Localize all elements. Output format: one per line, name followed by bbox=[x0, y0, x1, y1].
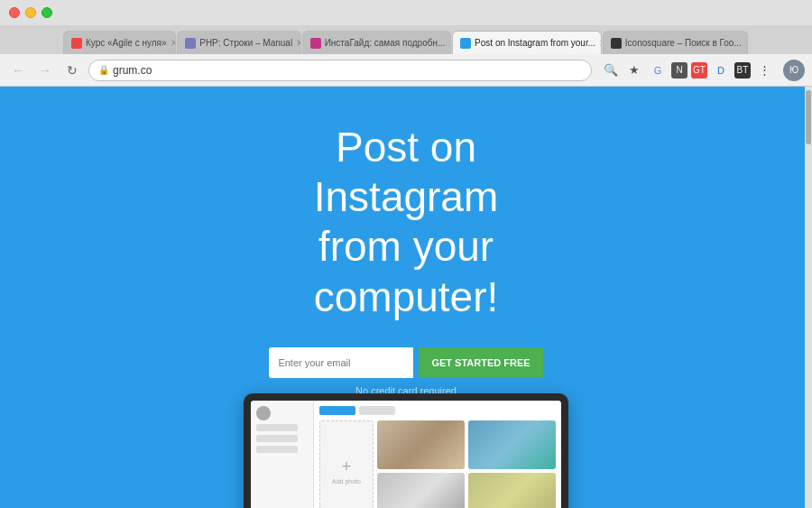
page-content: Post on Instagram from your computer! GE… bbox=[0, 87, 812, 508]
extension-icon-3[interactable]: GT bbox=[691, 62, 707, 79]
add-label: Add photo bbox=[332, 478, 361, 485]
hero-title-line1: Post on bbox=[336, 124, 476, 171]
scrollbar[interactable] bbox=[805, 87, 812, 508]
tab-label-agile: Курс «Agile с нуля» bbox=[86, 38, 167, 48]
maximize-button[interactable] bbox=[42, 7, 52, 18]
screen-image-4 bbox=[468, 473, 556, 508]
nav-bar: ← → ↻ 🔒 grum.co 🔍 ★ G N GT D BT ⋮ Ю bbox=[0, 54, 812, 87]
tab-label-php: PHP: Строки – Manual bbox=[199, 38, 292, 48]
tab-insta[interactable]: ИнстаГайд: самая подробн... ✕ bbox=[302, 31, 451, 54]
screen-image-1 bbox=[377, 420, 465, 469]
tab-favicon-php bbox=[185, 38, 196, 49]
screen-tab-active bbox=[319, 406, 355, 415]
screen-sidebar-avatar bbox=[256, 406, 271, 420]
screen-image-2 bbox=[468, 420, 556, 469]
tab-favicon-insta bbox=[310, 38, 321, 49]
tab-favicon-grum bbox=[460, 38, 471, 49]
screen-main: + Add photo bbox=[314, 401, 561, 508]
user-avatar[interactable]: Ю bbox=[783, 60, 805, 81]
screen-add-cell: + Add photo bbox=[319, 420, 374, 508]
cta-row: GET STARTED FREE bbox=[269, 347, 542, 378]
screen-sidebar-item bbox=[256, 424, 298, 431]
menu-icon[interactable]: ⋮ bbox=[754, 60, 774, 80]
tab-grum[interactable]: Post on Instagram from your... ✕ bbox=[452, 31, 602, 54]
laptop-screen-outer: + Add photo bbox=[244, 393, 568, 508]
close-button[interactable] bbox=[9, 7, 20, 18]
forward-button[interactable]: → bbox=[34, 60, 56, 81]
tab-close-icono[interactable]: ✕ bbox=[745, 38, 748, 48]
add-plus-icon: + bbox=[342, 457, 352, 476]
scrollbar-thumb[interactable] bbox=[806, 90, 811, 144]
back-button[interactable]: ← bbox=[7, 60, 29, 81]
extension-icon-4[interactable]: D bbox=[711, 60, 731, 80]
toolbar-icons: 🔍 ★ G N GT D BT ⋮ bbox=[601, 60, 774, 80]
tab-favicon-icono bbox=[611, 38, 622, 49]
lock-icon: 🔒 bbox=[98, 65, 109, 75]
tab-php[interactable]: PHP: Строки – Manual ✕ bbox=[177, 31, 300, 54]
screen-sidebar bbox=[251, 401, 314, 508]
search-icon[interactable]: 🔍 bbox=[601, 60, 621, 80]
address-text: grum.co bbox=[113, 64, 152, 77]
screen-sidebar-item bbox=[256, 435, 298, 442]
tab-label-grum: Post on Instagram from your... bbox=[475, 38, 595, 48]
laptop-section: + Add photo bbox=[0, 393, 812, 508]
minimize-button[interactable] bbox=[25, 7, 36, 18]
extension-icon-1[interactable]: G bbox=[648, 60, 668, 80]
laptop-mockup: + Add photo bbox=[244, 393, 568, 508]
tab-close-agile[interactable]: ✕ bbox=[171, 38, 177, 48]
laptop-screen-inner: + Add photo bbox=[251, 401, 561, 508]
tabs-bar: Курс «Agile с нуля» ✕ PHP: Строки – Manu… bbox=[0, 25, 812, 54]
screen-grid: + Add photo bbox=[319, 420, 556, 508]
screen-image-3 bbox=[377, 473, 465, 508]
refresh-button[interactable]: ↻ bbox=[61, 60, 83, 81]
tab-close-insta[interactable]: ✕ bbox=[448, 38, 451, 48]
bookmark-star-icon[interactable]: ★ bbox=[624, 60, 644, 80]
hero-title: Post on Instagram from your computer! bbox=[314, 123, 499, 322]
screen-tab-inactive bbox=[359, 406, 395, 415]
hero-title-line4: computer! bbox=[314, 273, 499, 320]
tab-close-grum[interactable]: ✕ bbox=[599, 38, 602, 48]
hero-title-line3: from your bbox=[318, 223, 494, 270]
tab-icono[interactable]: Iconosquare – Поиск в Гоо... ✕ bbox=[603, 31, 748, 54]
hero-title-line2: Instagram bbox=[314, 173, 499, 220]
screen-tabs bbox=[319, 406, 556, 415]
tab-agile[interactable]: Курс «Agile с нуля» ✕ bbox=[63, 31, 176, 54]
address-bar[interactable]: 🔒 grum.co bbox=[88, 60, 592, 81]
screen-content: + Add photo bbox=[251, 401, 561, 508]
cta-button[interactable]: GET STARTED FREE bbox=[419, 347, 542, 378]
user-initial: Ю bbox=[789, 65, 798, 75]
tab-label-insta: ИнстаГайд: самая подробн... bbox=[325, 38, 446, 48]
email-input[interactable] bbox=[269, 347, 413, 378]
extension-icon-5[interactable]: BT bbox=[734, 62, 751, 79]
tab-label-icono: Iconosquare – Поиск в Гоо... bbox=[625, 38, 742, 48]
hero-section: Post on Instagram from your computer! GE… bbox=[0, 87, 812, 384]
title-bar bbox=[0, 0, 812, 25]
extension-icon-2[interactable]: N bbox=[671, 62, 687, 79]
tab-favicon-agile bbox=[71, 38, 82, 49]
tab-close-php[interactable]: ✕ bbox=[296, 38, 301, 48]
screen-sidebar-item bbox=[256, 446, 298, 453]
